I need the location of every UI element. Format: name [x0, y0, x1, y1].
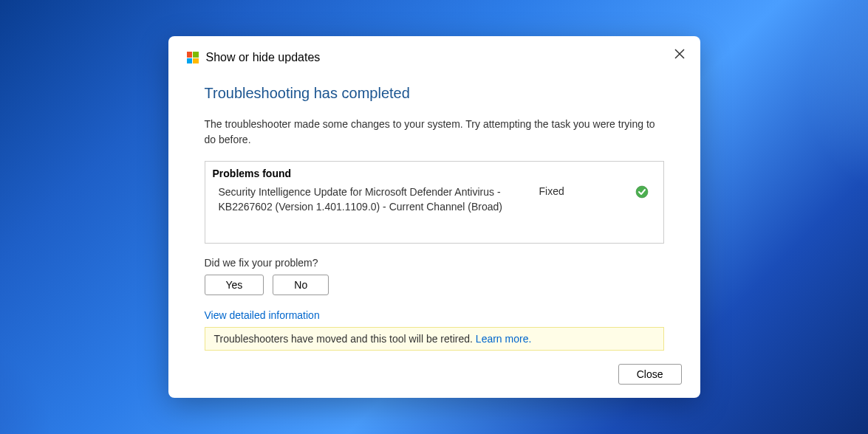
dialog-header: Show or hide updates [187, 51, 682, 64]
no-button[interactable]: No [273, 275, 329, 295]
close-button[interactable]: Close [618, 364, 682, 385]
problems-header: Problems found [205, 162, 663, 182]
problem-description: Security Intelligence Update for Microso… [219, 185, 524, 214]
feedback-buttons: Yes No [205, 275, 664, 295]
header-title: Show or hide updates [206, 51, 321, 64]
view-detail-link[interactable]: View detailed information [205, 309, 320, 321]
svg-point-0 [636, 186, 648, 198]
problems-found-box: Problems found Security Intelligence Upd… [205, 161, 664, 244]
learn-more-link[interactable]: Learn more. [476, 333, 531, 345]
description-text: The troubleshooter made some changes to … [205, 117, 664, 148]
feedback-label: Did we fix your problem? [205, 257, 664, 269]
close-icon[interactable] [672, 46, 687, 61]
problem-status: Fixed [539, 185, 576, 197]
retirement-notice: Troubleshooters have moved and this tool… [205, 327, 664, 351]
dialog-content: Troubleshooting has completed The troubl… [187, 85, 682, 351]
yes-button[interactable]: Yes [205, 275, 264, 295]
notice-text: Troubleshooters have moved and this tool… [214, 333, 476, 345]
page-title: Troubleshooting has completed [205, 85, 664, 102]
dialog-footer: Close [187, 361, 682, 385]
check-icon [635, 185, 649, 199]
microsoft-logo-icon [187, 52, 199, 63]
troubleshooter-dialog: Show or hide updates Troubleshooting has… [168, 36, 700, 398]
problem-row: Security Intelligence Update for Microso… [205, 182, 663, 221]
